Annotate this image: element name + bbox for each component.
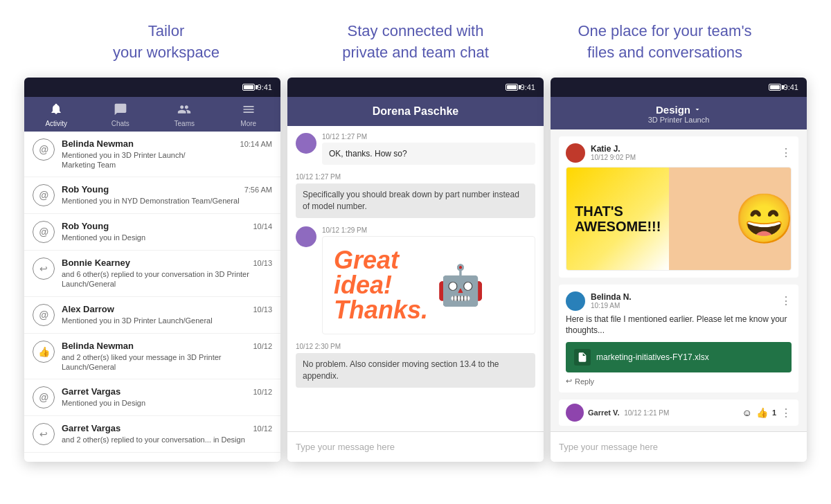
design-msg-1-author: Katie J. 10/12 9:02 PM — [566, 143, 636, 163]
activity-name-1: Belinda Newman — [62, 138, 134, 149]
design-more-icon-2[interactable]: ⋮ — [780, 294, 792, 307]
nav-more[interactable]: More — [228, 102, 269, 127]
teams-icon — [177, 102, 191, 118]
comic-text: THAT'SAWESOME!!! — [575, 204, 661, 234]
chat-msg-2: 10/12 1:27 PM Specifically you should br… — [296, 170, 535, 221]
feature-title-2: Stay connected withprivate and team chat — [305, 21, 526, 64]
design-team-name: 3D Printer Launch — [562, 116, 796, 124]
design-msg-1-header: Katie J. 10/12 9:02 PM ⋮ — [566, 143, 792, 163]
nav-activity-label: Activity — [45, 120, 67, 127]
feature-title-1: Tailoryour workspace — [55, 21, 277, 64]
activity-content-1: Belinda Newman 10:14 AM Mentioned you in… — [62, 138, 272, 170]
design-avatar-belinda — [566, 291, 585, 311]
activity-name-4: Bonnie Kearney — [62, 258, 130, 268]
reaction-icon: ☺ — [742, 407, 752, 418]
phone-design: 9:41 Design 3D Printer Launch Katie J. 1… — [551, 78, 807, 462]
chat-bubble-2: Specifically you should break down by pa… — [296, 183, 535, 218]
design-msg-2-body: Here is that file I mentioned earlier. P… — [566, 314, 792, 337]
design-more-icon-3[interactable]: ⋮ — [780, 406, 792, 420]
activity-name-6: Belinda Newman — [62, 341, 134, 351]
activity-desc-8: and 2 other(s) replied to your conversat… — [62, 435, 272, 444]
activity-item-7[interactable]: @ Garret Vargas 10/12 Mentioned you in D… — [24, 379, 280, 416]
status-bar-2: 9:41 — [287, 78, 544, 97]
mention-icon-7: @ — [33, 386, 55, 408]
chat-timestamp-3: 10/12 1:29 PM — [322, 226, 535, 234]
awesome-comic-image: THAT'SAWESOME!!! 😄 — [566, 167, 792, 271]
design-channel-name: Design — [562, 104, 796, 116]
sticker-message: Great idea! Thanks. 🤖 — [322, 236, 535, 334]
chat-bubble-4: No problem. Also consider moving section… — [296, 353, 535, 388]
chat-msg-3: 10/12 1:29 PM Great idea! Thanks. 🤖 — [296, 226, 535, 334]
activity-item-3[interactable]: @ Rob Young 10/14 Mentioned you in Desig… — [24, 214, 280, 251]
status-bar-3: 9:41 — [551, 78, 807, 97]
battery-icon-3 — [769, 84, 781, 91]
chat-timestamp-4: 10/12 2:30 PM — [296, 343, 535, 350]
chat-bubble-1: OK, thanks. How so? — [322, 143, 535, 165]
sticker-text-thanks: Thanks. — [334, 298, 428, 323]
activity-item-8[interactable]: ↩ Garret Vargas 10/12 and 2 other(s) rep… — [24, 416, 280, 453]
chat-msg-4: 10/12 2:30 PM No problem. Also consider … — [296, 340, 535, 390]
nav-activity[interactable]: Activity — [35, 102, 77, 127]
activity-content-5: Alex Darrow 10/13 Mentioned you in 3D Pr… — [62, 304, 272, 325]
design-chat-area: Katie J. 10/12 9:02 PM ⋮ THAT'SAWESOME!!… — [551, 129, 807, 431]
activity-item-1[interactable]: @ Belinda Newman 10:14 AM Mentioned you … — [24, 132, 280, 178]
sticker-text-great: Great — [334, 248, 428, 273]
chat-bubble-group-3: 10/12 1:29 PM Great idea! Thanks. 🤖 — [322, 226, 535, 334]
design-msg-3: Garret V. 10/12 1:21 PM ☺ 👍 1 ⋮ — [559, 399, 798, 426]
activity-desc-1: Mentioned you in 3D Printer Launch/Marke… — [62, 150, 272, 170]
nav-teams[interactable]: Teams — [163, 102, 205, 127]
activity-time-5: 10/13 — [253, 305, 272, 314]
activity-list: @ Belinda Newman 10:14 AM Mentioned you … — [24, 132, 280, 462]
chat-input-bar-3[interactable]: Type your message here — [551, 431, 807, 462]
design-author-belinda-name: Belinda N. — [591, 292, 632, 302]
file-name: marketing-initiatives-FY17.xlsx — [596, 352, 709, 362]
design-more-icon-1[interactable]: ⋮ — [780, 146, 792, 159]
chat-bubble-group-1: 10/12 1:27 PM OK, thanks. How so? — [322, 133, 535, 165]
design-msg-1: Katie J. 10/12 9:02 PM ⋮ THAT'SAWESOME!!… — [559, 136, 798, 278]
reply-bar[interactable]: ↩ Reply — [566, 377, 792, 386]
activity-desc-5: Mentioned you in 3D Printer Launch/Gener… — [62, 316, 272, 325]
activity-time-8: 10/12 — [253, 424, 272, 433]
activity-name-8: Garret Vargas — [62, 423, 120, 433]
mention-icon-3: @ — [33, 221, 55, 243]
activity-name-2: Rob Young — [62, 184, 109, 195]
activity-item-5[interactable]: @ Alex Darrow 10/13 Mentioned you in 3D … — [24, 297, 280, 334]
thumb-icon-6: 👍 — [33, 341, 55, 363]
nav-teams-label: Teams — [175, 120, 195, 127]
chat-messages: 10/12 1:27 PM OK, thanks. How so? 10/12 … — [287, 126, 544, 431]
chat-avatar-1 — [296, 133, 316, 154]
mention-icon-5: @ — [33, 304, 55, 326]
excel-icon — [574, 349, 591, 366]
chat-input-placeholder-3: Type your message here — [559, 442, 658, 452]
more-icon — [242, 102, 256, 118]
sticker-robot-icon: 🤖 — [436, 266, 485, 305]
activity-item-2[interactable]: @ Rob Young 7:56 AM Mentioned you in NYD… — [24, 177, 280, 214]
activity-name-3: Rob Young — [62, 221, 109, 231]
design-author-belinda-time: 10:19 AM — [591, 302, 632, 309]
activity-item-4[interactable]: ↩ Bonnie Kearney 10/13 and 6 other(s) re… — [24, 251, 280, 297]
activity-content-2: Rob Young 7:56 AM Mentioned you in NYD D… — [62, 184, 272, 206]
chat-contact-name: Dorena Paschke — [298, 105, 533, 118]
activity-content-7: Garret Vargas 10/12 Mentioned you in Des… — [62, 386, 272, 408]
nav-more-label: More — [240, 120, 256, 127]
activity-time-6: 10/12 — [253, 342, 272, 350]
nav-chats[interactable]: Chats — [100, 102, 141, 127]
reaction-count: 1 — [772, 408, 776, 417]
file-attachment[interactable]: marketing-initiatives-FY17.xlsx — [566, 342, 792, 372]
chat-icon — [114, 102, 127, 118]
chat-timestamp-2: 10/12 1:27 PM — [296, 173, 535, 181]
activity-content-3: Rob Young 10/14 Mentioned you in Design — [62, 221, 272, 242]
activity-time-1: 10:14 AM — [240, 140, 272, 148]
chat-input-bar-2[interactable]: Type your message here — [287, 431, 544, 462]
reply-arrow-icon: ↩ — [566, 377, 572, 386]
activity-time-4: 10/13 — [253, 259, 272, 267]
design-author-info-1: Katie J. 10/12 9:02 PM — [591, 144, 636, 161]
comic-face-area: 😄 — [669, 168, 791, 270]
activity-name-5: Alex Darrow — [62, 304, 114, 314]
chat-input-placeholder-2: Type your message here — [296, 442, 395, 452]
activity-item-6[interactable]: 👍 Belinda Newman 10/12 and 2 other(s) li… — [24, 334, 280, 380]
chat-header: Dorena Paschke — [287, 97, 544, 126]
status-bar-1: 9:41 — [24, 78, 280, 97]
reply-label: Reply — [575, 377, 594, 386]
garret-name: Garret V. — [588, 408, 619, 417]
